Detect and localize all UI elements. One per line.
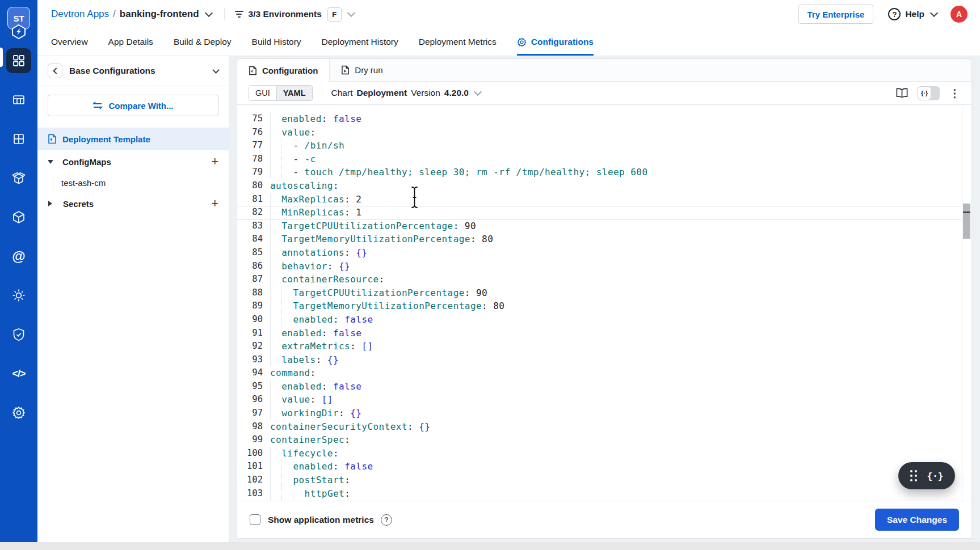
back-button[interactable] [48,64,62,78]
nav-tab-build-history[interactable]: Build History [252,28,301,56]
nav-tab-app-details[interactable]: App Details [108,28,153,56]
sidebar-item-app-store[interactable] [6,126,31,151]
readme-book-icon[interactable] [896,88,908,98]
sidebar-item-devtron-stack[interactable]: </> [6,361,31,386]
logo-text: ST [13,14,24,23]
code-line[interactable]: 78- -c [237,153,971,166]
line-number: 75 [237,112,270,126]
sidebar-item-jobs[interactable] [6,87,31,112]
drag-handle-icon[interactable] [910,470,917,481]
environments-label[interactable]: 3/3 Environments [249,9,322,19]
breadcrumb-separator: / [113,9,116,20]
line-number: 90 [237,313,270,327]
floating-editor-widget[interactable]: {·} [898,462,955,489]
code-line[interactable]: 77- /bin/sh [237,139,971,153]
code-line[interactable]: 85annotations: {} [237,246,971,260]
code-line[interactable]: 102postStart: [237,473,971,487]
code-text: enabled: false [270,313,373,327]
sidebar-item-clusters[interactable]: @ [6,244,31,269]
breadcrumb-root-link[interactable]: Devtron Apps [51,9,109,20]
shield-check-icon [12,328,25,341]
braces-icon[interactable]: {·} [927,471,944,481]
chart-version-selector[interactable]: Chart Deployment Version 4.20.0 [331,88,481,98]
code-line[interactable]: 89TargetMemoryUtilizationPercentage: 80 [237,299,971,313]
code-line[interactable]: 94command: [237,366,971,380]
editor-scrollbar-track[interactable] [962,105,971,501]
code-line[interactable]: 96value: [] [237,393,971,407]
sidebar-group-secrets[interactable]: Secrets + [37,192,229,215]
nav-tab-build-deploy[interactable]: Build & Deploy [174,28,232,56]
code-line[interactable]: 76value: [237,126,971,139]
try-enterprise-button[interactable]: Try Enterprise [798,5,874,24]
add-configmap-button[interactable]: + [211,155,218,168]
code-line[interactable]: 87containerResource: [237,273,971,286]
nav-tab-deployment-metrics[interactable]: Deployment Metrics [419,28,497,56]
code-line[interactable]: 103httpGet: [237,487,971,501]
save-changes-button[interactable]: Save Changes [875,509,959,531]
code-line[interactable]: 93labels: {} [237,353,971,367]
code-line[interactable]: 90enabled: false [237,313,971,327]
code-text: MaxReplicas: 2 [270,193,361,206]
code-line[interactable]: 97workingDir: {} [237,407,971,420]
code-line[interactable]: 91enabled: false [237,327,971,340]
code-line[interactable]: 82MinReplicas: 1 [237,206,971,219]
sidebar-item-global-config[interactable] [6,400,31,425]
code-text: containerSecurityContext: {} [270,420,430,434]
code-line[interactable]: 100lifecycle: [237,447,971,460]
tab-configuration[interactable]: Configuration [237,59,330,82]
code-line[interactable]: 88TargetCPUUtilizationPercentage: 90 [237,286,971,300]
code-line[interactable]: 75enabled: false [237,112,971,126]
show-application-metrics-checkbox[interactable] [250,514,260,525]
app-switcher-chevron-icon[interactable] [204,9,212,17]
chart-name: Deployment [356,88,407,98]
code-line[interactable]: 99containerSpec: [237,433,971,447]
code-line[interactable]: 86behavior: {} [237,260,971,273]
environments-chevron-icon[interactable] [347,9,355,17]
line-number: 86 [237,260,270,273]
kebab-menu-icon[interactable]: ⋮ [949,88,960,99]
code-line[interactable]: 79- touch /tmp/healthy; sleep 30; rm -rf… [237,166,971,179]
code-editor-toggle[interactable]: {·} [918,86,940,100]
add-secret-button[interactable]: + [211,197,218,210]
configmap-item[interactable]: test-ash-cm [53,173,229,192]
avatar[interactable]: A [950,6,968,23]
sidebar-item-resource-browser[interactable] [6,205,31,230]
code-line[interactable]: 98containerSecurityContext: {} [237,420,971,434]
tab-dry-run[interactable]: Dry run [330,59,394,81]
metrics-help-icon[interactable]: ? [381,514,392,526]
devtron-hex-icon [11,24,26,40]
text-cursor-pointer [410,186,419,209]
sidebar-group-configmaps[interactable]: ConfigMaps + [37,150,229,173]
code-line[interactable]: 84TargetMemoryUtilizationPercentage: 80 [237,232,971,246]
sidebar-item-deployment-template[interactable]: Deployment Template [37,128,229,150]
compare-with-button[interactable]: Compare With... [48,95,218,116]
config-panel-list: Deployment Template ConfigMaps + test-as… [37,128,229,215]
config-panel-collapse-chevron-icon[interactable] [212,66,220,74]
environment-badge[interactable]: F [327,7,342,22]
gear-icon [517,37,527,47]
editor-scrollbar-thumb[interactable] [963,204,970,239]
yaml-toggle-button[interactable]: YAML [276,86,312,100]
gui-toggle-button[interactable]: GUI [249,86,276,100]
line-number: 97 [237,407,270,420]
code-text: autoscaling: [270,179,339,193]
code-line[interactable]: 80autoscaling: [237,179,971,193]
code-line[interactable]: 81MaxReplicas: 2 [237,193,971,206]
help-menu[interactable]: ? Help [888,8,937,20]
main-sidebar: ST [0,0,37,542]
sidebar-item-chart-store[interactable] [6,166,31,191]
line-number: 88 [237,286,270,300]
nav-tab-overview[interactable]: Overview [51,28,88,56]
scrollbar-active-line-marker [963,211,970,213]
code-line[interactable]: 83TargetCPUUtilizationPercentage: 90 [237,219,971,233]
chart-label: Chart [331,88,353,98]
nav-tab-deployment-history[interactable]: Deployment History [322,28,398,56]
yaml-editor[interactable]: 75enabled: false76value:77- /bin/sh78- -… [237,105,971,501]
sidebar-item-bulk-edit[interactable] [6,283,31,308]
nav-tab-configurations[interactable]: Configurations [517,28,594,56]
code-line[interactable]: 92extraMetrics: [] [237,340,971,353]
sidebar-item-security[interactable] [6,322,31,347]
code-line[interactable]: 95enabled: false [237,380,971,394]
sidebar-item-applications[interactable] [6,48,31,73]
code-line[interactable]: 101enabled: false [237,460,971,473]
